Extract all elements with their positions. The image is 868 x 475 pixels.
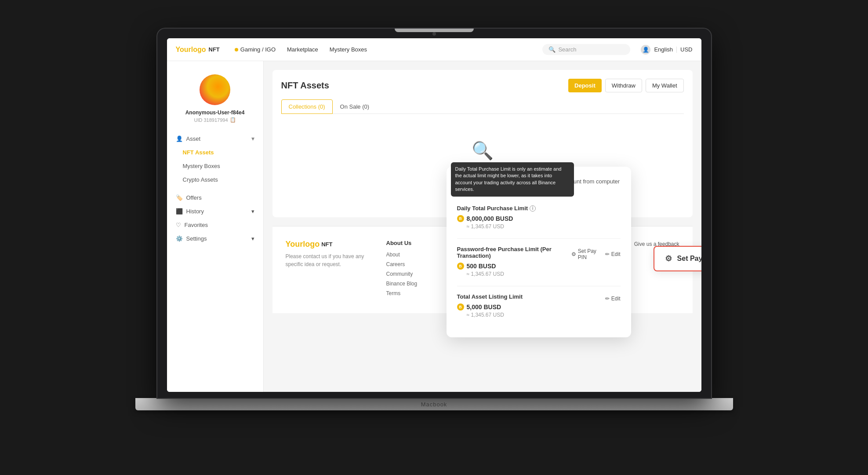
divider bbox=[676, 47, 677, 53]
set-pay-pin-link[interactable]: ⚙ Set Pay PIN bbox=[571, 248, 600, 260]
settings-icon-small: ⚙ bbox=[571, 251, 576, 257]
assets-header: NFT Assets Deposit Withdraw My Wallet bbox=[281, 79, 684, 92]
coin-icon-daily: B bbox=[457, 215, 464, 222]
footer-logo-text: Yourlogo bbox=[286, 240, 320, 249]
sidebar: Anonymous-User-f84e4 UID 318917994 📋 👤 A… bbox=[167, 61, 264, 392]
my-wallet-button[interactable]: My Wallet bbox=[646, 79, 684, 92]
limit-value-daily: B 8,000,000 BUSD bbox=[457, 215, 621, 222]
currency-selector[interactable]: USD bbox=[680, 46, 692, 53]
history-icon: ⬛ bbox=[176, 208, 183, 215]
favorites-icon: ♡ bbox=[176, 222, 181, 228]
search-placeholder: Search bbox=[558, 46, 576, 53]
laptop-base: Macbook bbox=[135, 398, 733, 410]
info-icon-daily[interactable]: i bbox=[530, 205, 536, 212]
chevron-down-icon: ▾ bbox=[251, 135, 254, 142]
nav-marketplace[interactable]: Marketplace bbox=[283, 44, 323, 55]
busd-amount-listing: 5,000 BUSD bbox=[467, 303, 501, 311]
asset-label: Asset bbox=[186, 135, 201, 142]
sidebar-item-crypto-assets[interactable]: Crypto Assets bbox=[167, 173, 263, 186]
limit-value-pwfree: B 500 BUSD bbox=[457, 263, 621, 270]
laptop-notch bbox=[395, 29, 474, 32]
set-pay-pin-label: Set Pay PIN bbox=[677, 255, 701, 263]
busd-amount-pwfree: 500 BUSD bbox=[467, 263, 496, 270]
deposit-button[interactable]: Deposit bbox=[568, 79, 602, 92]
search-icon: 🔍 bbox=[548, 46, 556, 53]
edit-icon-listing: ✏ bbox=[605, 296, 610, 302]
person-icon: 👤 bbox=[176, 135, 183, 142]
limit-section-listing: Total Asset Listing Limit ✏ Edit B 5,000… bbox=[457, 293, 621, 318]
limit-value-listing: B 5,000 BUSD bbox=[457, 303, 621, 311]
sidebar-item-nft-assets[interactable]: NFT Assets bbox=[167, 146, 263, 159]
limit-label-daily: Daily Total Purchase Limit i bbox=[457, 205, 621, 212]
tab-collections[interactable]: Collections (0) bbox=[281, 99, 333, 114]
sidebar-section-header-asset[interactable]: 👤 Asset ▾ bbox=[167, 132, 263, 146]
laptop-screen: Yourlogo NFT Gaming / IGO Marketplace My… bbox=[167, 38, 701, 392]
busd-amount-daily: 8,000,000 BUSD bbox=[467, 215, 513, 222]
footer-logo-nft: NFT bbox=[321, 241, 332, 248]
divider-1 bbox=[457, 238, 621, 239]
limit-label-pwfree: Password-free Purchase Limit (Per Transa… bbox=[457, 246, 571, 259]
footer-logo-section: Yourlogo NFT Please contact us if you ha… bbox=[286, 240, 378, 300]
avatar bbox=[200, 74, 230, 105]
coin-icon-pwfree: B bbox=[457, 263, 464, 270]
username: Anonymous-User-f84e4 bbox=[185, 110, 245, 116]
uid: UID 318917994 📋 bbox=[194, 117, 236, 123]
coin-icon-listing: B bbox=[457, 303, 464, 311]
limit-row-actions-listing: Total Asset Listing Limit ✏ Edit bbox=[457, 293, 621, 303]
logo-area[interactable]: Yourlogo NFT bbox=[176, 46, 220, 54]
tabs-row: Collections (0) On Sale (0) bbox=[281, 99, 684, 114]
limit-row-actions-pwfree: Password-free Purchase Limit (Per Transa… bbox=[457, 246, 621, 263]
divider-2 bbox=[457, 286, 621, 286]
empty-search-icon: 🔍 bbox=[472, 140, 494, 161]
logo-nft: NFT bbox=[209, 46, 220, 53]
nav-items: Gaming / IGO Marketplace Mystery Boxes bbox=[230, 44, 532, 55]
header-actions: Deposit Withdraw My Wallet bbox=[568, 79, 683, 92]
sidebar-item-favorites[interactable]: ♡ Favorites bbox=[167, 218, 263, 232]
gear-icon-large: ⚙ bbox=[665, 254, 672, 263]
usd-equiv-pwfree: ≈ 1,345.67 USD bbox=[457, 271, 621, 277]
main-layout: Anonymous-User-f84e4 UID 318917994 📋 👤 A… bbox=[167, 61, 701, 392]
sidebar-section-asset: 👤 Asset ▾ NFT Assets Mystery Boxes bbox=[167, 132, 263, 191]
chevron-down-icon-settings: ▾ bbox=[251, 235, 254, 242]
navbar: Yourlogo NFT Gaming / IGO Marketplace My… bbox=[167, 38, 701, 61]
nav-mystery-label: Mystery Boxes bbox=[330, 46, 367, 53]
limit-label-listing: Total Asset Listing Limit bbox=[457, 293, 523, 300]
nav-gaming[interactable]: Gaming / IGO bbox=[230, 44, 280, 55]
chevron-down-icon-history: ▾ bbox=[251, 208, 254, 215]
camera-dot bbox=[432, 32, 436, 36]
laptop-model: Macbook bbox=[421, 401, 447, 408]
withdraw-button[interactable]: Withdraw bbox=[605, 79, 642, 92]
limit-section-pwfree: Password-free Purchase Limit (Per Transa… bbox=[457, 246, 621, 277]
search-bar[interactable]: 🔍 Search bbox=[542, 44, 630, 55]
edit-link-listing[interactable]: ✏ Edit bbox=[605, 296, 621, 302]
tab-on-sale[interactable]: On Sale (0) bbox=[333, 99, 377, 114]
limit-section-daily: Daily Total Purchase Limit i B 8,000,000… bbox=[457, 205, 621, 230]
user-profile: Anonymous-User-f84e4 UID 318917994 📋 bbox=[167, 70, 263, 132]
nav-mystery-boxes[interactable]: Mystery Boxes bbox=[325, 44, 371, 55]
nav-marketplace-label: Marketplace bbox=[287, 46, 318, 53]
nav-right: 👤 English USD bbox=[641, 45, 692, 55]
sidebar-item-offers[interactable]: 🏷️ Offers bbox=[167, 191, 263, 205]
nav-gaming-label: Gaming / IGO bbox=[240, 46, 276, 53]
edit-link-pwfree[interactable]: ✏ Edit bbox=[605, 248, 621, 260]
offers-icon: 🏷️ bbox=[176, 194, 183, 201]
limits-popup: Setting these limits can help protect yo… bbox=[447, 167, 631, 337]
edit-icon-pwfree: ✏ bbox=[605, 251, 610, 257]
tooltip-box: Daily Total Purchase Limit is only an es… bbox=[451, 162, 574, 197]
settings-icon: ⚙️ bbox=[176, 235, 183, 242]
usd-equiv-daily: ≈ 1,345.67 USD bbox=[457, 223, 621, 230]
set-pay-pin-card[interactable]: ⚙ Set Pay PIN bbox=[654, 246, 701, 271]
usd-equiv-listing: ≈ 1,345.67 USD bbox=[457, 312, 621, 318]
sidebar-item-mystery-boxes[interactable]: Mystery Boxes bbox=[167, 159, 263, 173]
user-icon[interactable]: 👤 bbox=[641, 45, 650, 55]
footer-description: Please contact us if you have any specif… bbox=[286, 252, 378, 268]
sidebar-item-settings[interactable]: ⚙️ Settings ▾ bbox=[167, 232, 263, 245]
logo-text: Yourlogo bbox=[176, 46, 206, 54]
sidebar-item-history[interactable]: ⬛ History ▾ bbox=[167, 205, 263, 218]
assets-title: NFT Assets bbox=[281, 80, 329, 91]
nav-dot bbox=[235, 48, 238, 51]
language-selector[interactable]: English bbox=[654, 46, 673, 53]
